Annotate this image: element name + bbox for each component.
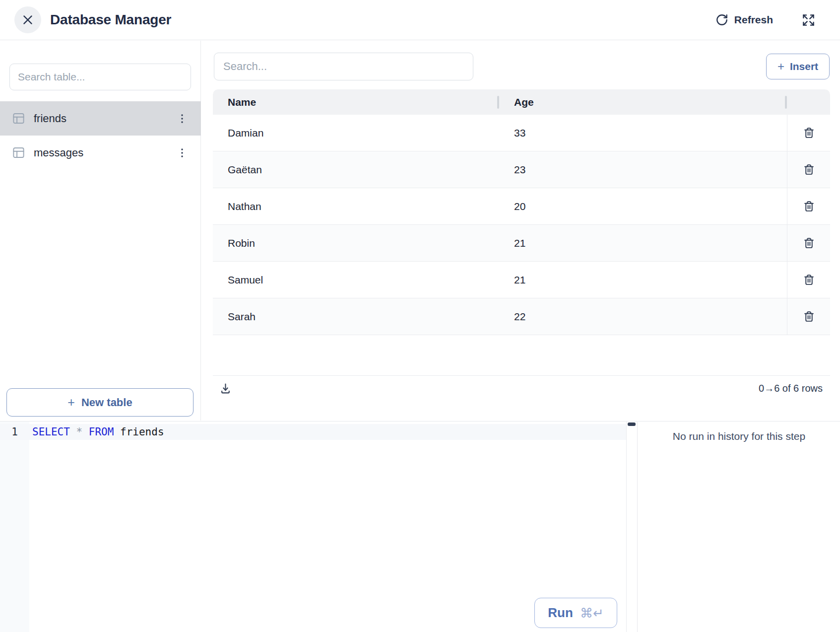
close-button[interactable] bbox=[14, 6, 41, 33]
table-body: Damian33Gaëtan23Nathan20Robin21Samuel21S… bbox=[213, 115, 830, 335]
row-actions bbox=[787, 262, 830, 298]
cell-age: 22 bbox=[498, 298, 787, 335]
table-footer: 0→6 of 6 rows bbox=[213, 376, 830, 401]
editor-scrollbar-track[interactable] bbox=[626, 421, 637, 632]
kebab-menu-icon[interactable] bbox=[176, 147, 188, 159]
top-bar-actions: Refresh bbox=[715, 13, 815, 27]
sidebar-item-friends[interactable]: friends bbox=[0, 101, 201, 136]
cell-age: 21 bbox=[498, 262, 787, 298]
table-list: friendsmessages bbox=[0, 101, 201, 170]
database-manager-app: Database Manager Refresh friendsm bbox=[0, 0, 840, 632]
delete-row-button[interactable] bbox=[800, 307, 818, 326]
column-header-name[interactable]: Name bbox=[213, 96, 498, 108]
cell-name: Gaëtan bbox=[213, 151, 498, 188]
table-header-row: Name Age bbox=[213, 89, 830, 115]
sql-token: * bbox=[76, 426, 89, 438]
fullscreen-button[interactable] bbox=[802, 13, 815, 27]
sql-token: SELECT bbox=[32, 426, 76, 438]
table-row[interactable]: Nathan20 bbox=[213, 188, 830, 225]
trash-icon bbox=[803, 237, 815, 249]
cell-name: Damian bbox=[213, 115, 498, 151]
code-line[interactable]: 1 SELECT * FROM friends bbox=[0, 424, 626, 440]
column-resize-handle[interactable] bbox=[785, 96, 787, 109]
top-bar: Database Manager Refresh bbox=[0, 0, 840, 40]
delete-row-button[interactable] bbox=[800, 124, 818, 142]
column-header-age[interactable]: Age bbox=[498, 96, 787, 108]
refresh-label: Refresh bbox=[734, 14, 773, 26]
sql-token: friends bbox=[120, 426, 164, 438]
delete-row-button[interactable] bbox=[800, 197, 818, 215]
table-icon bbox=[12, 112, 25, 125]
plus-icon: + bbox=[67, 395, 75, 410]
new-table-button[interactable]: + New table bbox=[6, 388, 194, 417]
row-actions bbox=[787, 115, 830, 151]
insert-button[interactable]: + Insert bbox=[766, 54, 830, 79]
empty-row bbox=[213, 335, 830, 376]
editor-gutter bbox=[0, 421, 29, 632]
sidebar: friendsmessages + New table bbox=[0, 41, 201, 421]
cell-name: Nathan bbox=[213, 188, 498, 224]
refresh-icon bbox=[715, 13, 728, 26]
table-icon bbox=[12, 146, 25, 159]
plus-icon: + bbox=[777, 60, 784, 73]
run-history-panel: No run in history for this step bbox=[638, 421, 840, 632]
expand-icon bbox=[802, 13, 815, 27]
cell-name: Samuel bbox=[213, 262, 498, 298]
data-table: Name Age Damian33Gaëtan23Nathan20Robin21… bbox=[213, 89, 830, 401]
row-count-status: 0→6 of 6 rows bbox=[759, 383, 823, 394]
trash-icon bbox=[803, 163, 815, 176]
trash-icon bbox=[803, 200, 815, 212]
row-actions bbox=[787, 188, 830, 224]
table-name: friends bbox=[34, 112, 66, 125]
cmd-enter-shortcut-icon: ⌘↵ bbox=[580, 606, 604, 621]
cell-age: 33 bbox=[498, 115, 787, 151]
rows-search-input[interactable] bbox=[214, 53, 473, 80]
table-name: messages bbox=[34, 146, 83, 159]
trash-icon bbox=[803, 274, 815, 286]
table-search-input[interactable] bbox=[9, 64, 191, 90]
trash-icon bbox=[803, 127, 815, 139]
editor-scrollbar-thumb[interactable] bbox=[628, 422, 636, 426]
sql-editor[interactable]: 1 SELECT * FROM friends Run ⌘↵ bbox=[0, 421, 638, 632]
sidebar-item-messages[interactable]: messages bbox=[0, 136, 201, 170]
table-row[interactable]: Sarah22 bbox=[213, 298, 830, 335]
export-button[interactable] bbox=[217, 380, 234, 397]
download-icon bbox=[219, 382, 232, 395]
main-content: + Insert Name Age Damian33Gaëtan23Nathan… bbox=[201, 41, 840, 421]
run-button[interactable]: Run ⌘↵ bbox=[534, 598, 617, 628]
column-resize-handle[interactable] bbox=[497, 96, 499, 109]
cell-age: 23 bbox=[498, 151, 787, 188]
kebab-menu-icon[interactable] bbox=[176, 113, 188, 125]
row-actions bbox=[787, 298, 830, 335]
cell-age: 21 bbox=[498, 225, 787, 261]
cell-name: Robin bbox=[213, 225, 498, 261]
sql-token: FROM bbox=[89, 426, 120, 438]
delete-row-button[interactable] bbox=[800, 271, 818, 289]
cell-name: Sarah bbox=[213, 298, 498, 335]
run-label: Run bbox=[548, 605, 573, 621]
trash-icon bbox=[803, 310, 815, 323]
insert-label: Insert bbox=[790, 61, 818, 72]
line-number: 1 bbox=[0, 426, 29, 438]
row-actions bbox=[787, 225, 830, 261]
table-row[interactable]: Robin21 bbox=[213, 225, 830, 262]
delete-row-button[interactable] bbox=[800, 234, 818, 252]
history-empty-message: No run in history for this step bbox=[638, 430, 840, 442]
new-table-label: New table bbox=[81, 396, 132, 409]
cell-age: 20 bbox=[498, 188, 787, 224]
table-row[interactable]: Damian33 bbox=[213, 115, 830, 151]
row-actions bbox=[787, 151, 830, 188]
delete-row-button[interactable] bbox=[800, 160, 818, 179]
table-row[interactable]: Gaëtan23 bbox=[213, 151, 830, 188]
table-row[interactable]: Samuel21 bbox=[213, 262, 830, 298]
close-icon bbox=[21, 13, 34, 26]
page-title: Database Manager bbox=[50, 12, 171, 28]
refresh-button[interactable]: Refresh bbox=[715, 13, 773, 26]
code-line-content: SELECT * FROM friends bbox=[32, 426, 164, 438]
